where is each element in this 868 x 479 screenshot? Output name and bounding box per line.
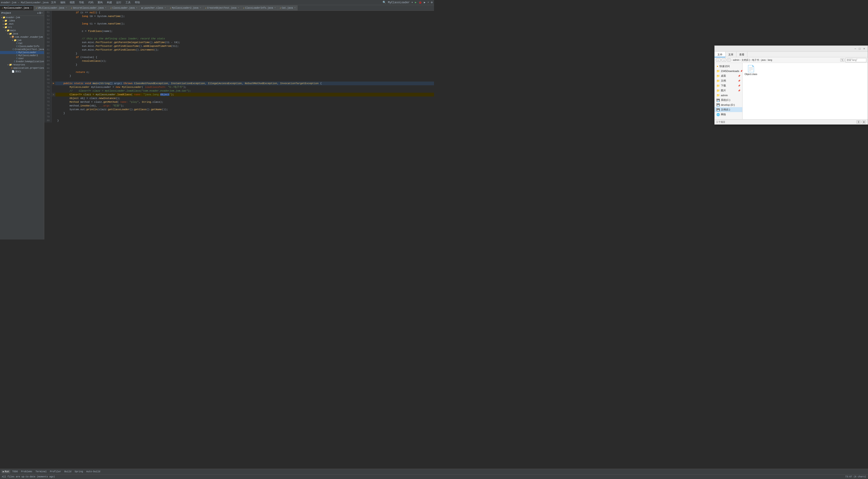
tree-myclassloader2[interactable]: C MyClassLoader2 [0,54,44,57]
menu-help[interactable]: 帮助 [134,1,141,4]
debug-button[interactable]: 🐞 [418,1,422,4]
tab-urlclassloader[interactable]: J URLClassLoader.java × [34,5,69,10]
tree-cat[interactable]: C Cat [0,42,44,45]
tree-evaderjvm-root[interactable]: ▼ 📁 evader-jvm [0,16,44,19]
line-content: Object obj = clazz.newInstance(); [55,96,434,100]
line-content: } [55,119,434,123]
coverage-button[interactable]: ▶ [423,1,426,4]
tab-createobjecttest-label: CreateObjectTest.java [207,7,237,9]
code-line-80: 80 } [44,119,434,123]
code-line-55: 55 [44,26,434,29]
tab-myclassloader[interactable]: J MyClassLoader.java × [0,5,34,10]
menu-refactor[interactable]: 重构 [97,1,103,4]
tree-test1[interactable]: 📄 测试1 [0,70,44,73]
code-line-63: 63 if (resolve) { [44,55,434,59]
java-file-icon: C [16,45,18,48]
line-number: 57 [44,33,52,37]
code-line-53: 53 [44,18,434,22]
expand-arrow-icon: ▼ [1,17,2,19]
tree-createobjecttest[interactable]: C CreateObjectTest.java [0,48,44,51]
close-tab8-icon[interactable]: × [275,7,276,9]
tree-resources[interactable]: ▼ 📁 resources [0,63,44,66]
menu-code[interactable]: 代码 [87,1,94,4]
java-file-icon: C [14,60,16,63]
close-tab7-icon[interactable]: × [238,7,239,9]
menu-build[interactable]: 构建 [106,1,113,4]
sidebar-settings-icon[interactable]: ⚙ [37,12,38,14]
menu-file[interactable]: 文件 [50,1,57,4]
line-number: 74 [44,96,52,100]
line-number: 69 [44,78,52,82]
tree-jvm-folder[interactable]: ▼ 📁 jvm [0,39,44,42]
line-content: System.out.println(clazz.getClassLoader(… [55,108,434,111]
profile-button[interactable]: ⚡ [427,1,430,4]
line-number: 63 [44,55,52,59]
java-file-icon7: J [243,7,244,9]
tree-java[interactable]: ▼ 📁 java [0,32,44,35]
line-content: long t1 = System.nanoTime(); [55,22,434,26]
line-content: } [55,74,434,78]
code-line-77: 77 System.out.println(clazz.getClassLoad… [44,108,434,111]
tree-user[interactable]: C User [0,57,44,60]
tree-src-label: src [8,26,12,29]
line-number: 65 [44,63,52,67]
line-gutter: ▶ [52,82,55,85]
file-tabs: J MyClassLoader.java × J URLClassLoader.… [0,5,434,11]
java-file-icon3: J [71,7,72,9]
line-content: sun.misc.PerfCounter.getFindClasses().in… [55,48,434,52]
sidebar-layout-icon[interactable]: ☰ [39,12,41,14]
line-content: return c; [55,70,434,74]
tab-secureclassloader-label: SecureClassLoader.java [73,7,103,9]
run-button[interactable]: ▶ [414,1,417,4]
close-tab-icon[interactable]: × [31,7,32,9]
line-number: 68 [44,74,52,78]
java-file-icon: C [16,54,18,57]
tab-myclassloader2[interactable]: J MyClassLoader2.java × [168,5,203,10]
code-line-59: 59 sun.misc.PerfCounter.getParentDelegat… [44,40,434,44]
settings-icon[interactable]: ⚙ [431,1,433,4]
close-tab4-icon[interactable]: × [136,7,137,9]
menu-navigate[interactable]: 导航 [78,1,85,4]
code-editor[interactable]: 51 if (c == null) { 52 long t0 = System.… [44,11,434,239]
menu-view[interactable]: 视图 [69,1,76,4]
tree-myclassloader[interactable]: C MyClassLoader [0,51,44,54]
tree-evaderjvmapp[interactable]: C EvaderJvmApplication [0,60,44,63]
tree-idea[interactable]: ▶ 📁 .idea [0,19,44,22]
code-line-67: 67 return c; [44,70,434,74]
project-label: Project [1,12,36,14]
close-tab5-icon[interactable]: × [165,7,166,9]
tab-classloader[interactable]: J ClassLoader.java × [108,5,140,10]
menu-run[interactable]: 运行 [115,1,122,4]
line-content: } [55,52,434,55]
line-content: public static void main(String[] args) t… [55,82,434,85]
close-tab3-icon[interactable]: × [105,7,106,9]
menu-edit[interactable]: 编辑 [59,1,66,4]
tree-appprops[interactable]: ⚙ application.properties [0,66,44,70]
folder-icon: 📁 [4,23,7,25]
sidebar-collapse-icon[interactable]: − [41,12,42,14]
tab-cat[interactable]: J Cat.java × [278,5,298,10]
tree-evaderjvm-label: evader-jvm [6,16,20,19]
tab-createobjecttest[interactable]: J CreateObjectTest.java × [203,5,241,10]
tab-secureclassloader[interactable]: J SecureClassLoader.java × [69,5,108,10]
menu-tools[interactable]: 工具 [125,1,131,4]
tree-src[interactable]: ▼ 📁 src [0,26,44,29]
tab-classloaderinfo[interactable]: J ClassLoaderInfo.java × [241,5,278,10]
line-content: resolveClass(c); [55,59,434,63]
java-file-icon8: J [280,7,281,9]
tree-classloaderinfo[interactable]: C ClassLoaderInfo [0,45,44,48]
line-number: 53 [44,18,52,22]
close-tab2-icon[interactable]: × [66,7,67,9]
code-line-79: 79 [44,115,434,119]
close-tab6-icon[interactable]: × [200,7,201,9]
line-content: sun.misc.PerfCounter.getFindClassTime().… [55,44,434,48]
run-config-label: MyClassLoader ▾ [388,1,413,4]
close-tab9-icon[interactable]: × [294,7,296,9]
java-file-icon6: J [205,7,206,9]
code-line-74: 74 Object obj = clazz.newInstance(); [44,96,434,100]
tab-launcher[interactable]: ◆ Launcher.class × [140,5,168,10]
tree-main[interactable]: ▼ 📁 main [0,29,44,32]
search-everywhere-icon[interactable]: 🔍 [382,1,386,4]
tree-package[interactable]: ▼ 📦 com.evader.evaderjvm [0,35,44,39]
tree-mvn[interactable]: ▶ 📁 .mvn [0,22,44,26]
